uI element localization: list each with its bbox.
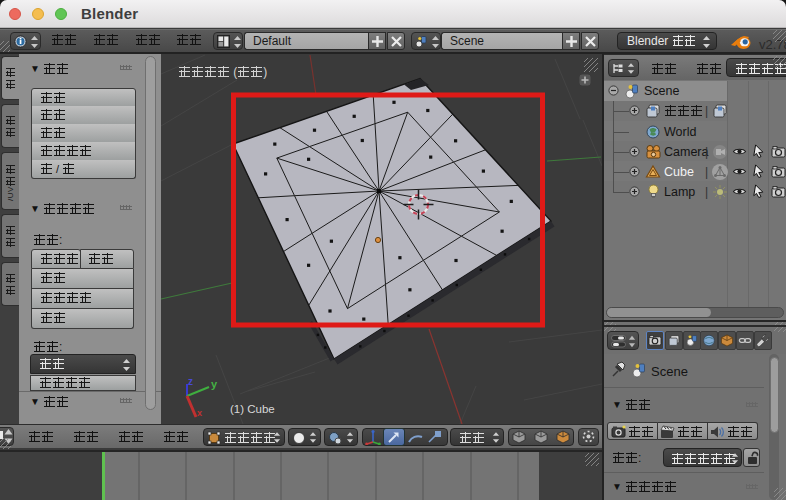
svg-text:z: z (188, 376, 193, 387)
svg-text:y: y (211, 378, 218, 390)
svg-text:x: x (197, 408, 202, 418)
